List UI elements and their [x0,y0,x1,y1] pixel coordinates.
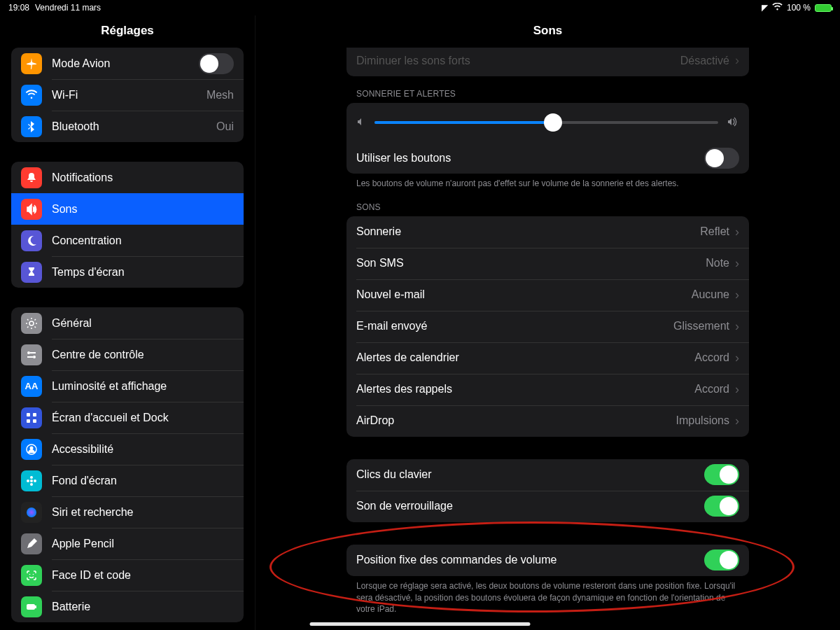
reduce-loud-value: Désactivé [680,55,729,67]
row-sound-nouvel-e-mail[interactable]: Nouvel e-mailAucune› [346,279,749,311]
sound-row-label: Alertes de calendrier [356,351,694,364]
svg-point-3 [33,356,36,358]
sidebar-item-apple-pencil[interactable]: Apple Pencil [11,528,244,559]
lock-sound-toggle[interactable] [704,496,739,517]
chevron-right-icon: › [735,288,739,302]
sidebar-item-wi-fi[interactable]: Wi-FiMesh [11,79,244,111]
svg-point-17 [29,573,31,575]
sound-row-label: E-mail envoyé [356,320,673,332]
row-fixed-volume-position[interactable]: Position fixe des commandes de volume [346,545,749,576]
sidebar-item-value: Oui [216,120,234,133]
fixed-volume-footer: Lorsque ce réglage sera activé, les deux… [356,580,739,615]
sound-row-value: Impulsions [676,414,729,427]
lock-sound-label: Son de verrouillage [356,500,704,512]
row-sound-airdrop[interactable]: AirDropImpulsions› [346,405,749,437]
sidebar-item-temps-d-cran[interactable]: Temps d'écran [11,256,244,288]
sound-row-value: Reflet [700,225,729,238]
sidebar-item-notifications[interactable]: Notifications [11,162,244,193]
status-bar: 19:08 Vendredi 11 mars ◤ 100 % [0,0,840,15]
aa-icon: AA [21,376,42,397]
sidebar-item-g-n-ral[interactable]: Général [11,307,244,339]
bell-icon [21,167,42,188]
ringer-volume-slider-row [346,103,749,142]
row-sound-e-mail-envoy-[interactable]: E-mail envoyéGlissement› [346,311,749,342]
status-time: 19:08 [8,3,29,13]
row-sound-son-sms[interactable]: Son SMSNote› [346,248,749,279]
sidebar-item-value: Mesh [206,89,234,102]
section-ringer-alerts: SONNERIE ET ALERTES [356,89,749,99]
row-sound-sonnerie[interactable]: SonnerieReflet› [346,216,749,248]
person-icon [21,439,42,460]
svg-point-14 [27,479,29,482]
svg-rect-19 [27,604,35,610]
ringer-volume-slider[interactable] [374,121,718,124]
sidebar-item-accessibilit-[interactable]: Accessibilité [11,433,244,465]
svg-rect-4 [27,356,33,358]
sidebar-item-batterie[interactable]: Batterie [11,591,244,622]
sound-row-label: Son SMS [356,257,706,270]
chevron-right-icon: › [735,53,739,68]
use-buttons-toggle[interactable] [704,148,739,169]
wifi-icon [21,85,42,106]
sidebar: Réglages Mode AvionWi-FiMeshBluetoothOui… [0,15,255,630]
sidebar-item-mode-avion[interactable]: Mode Avion [11,48,244,79]
gear-icon [21,313,42,334]
svg-rect-20 [35,606,36,608]
keyboard-clicks-label: Clics du clavier [356,468,704,481]
sidebar-item-label: Fond d'écran [52,475,234,487]
keyboard-clicks-toggle[interactable] [704,464,739,485]
speaker-low-icon [356,117,366,129]
row-keyboard-clicks[interactable]: Clics du clavier [346,459,749,491]
chevron-right-icon: › [735,256,739,271]
row-use-buttons[interactable]: Utiliser les boutons [346,142,749,174]
sidebar-item-label: Accessibilité [52,443,234,456]
switches-icon [21,344,42,365]
sound-row-value: Accord [694,383,729,396]
fixed-volume-toggle[interactable] [704,550,739,570]
pencil-icon [21,533,42,554]
sidebar-item-toggle[interactable] [199,53,234,74]
chevron-right-icon: › [735,225,739,239]
sidebar-item-fond-d-cran[interactable]: Fond d'écran [11,465,244,496]
svg-point-16 [27,507,36,517]
sidebar-item--cran-d-accueil-et-dock[interactable]: Écran d'accueil et Dock [11,402,244,433]
faceid-icon [21,565,42,586]
row-sound-alertes-des-rappels[interactable]: Alertes des rappelsAccord› [346,374,749,405]
sidebar-item-label: Notifications [52,172,234,184]
svg-point-18 [33,573,34,575]
chevron-right-icon: › [735,319,739,334]
speaker-high-icon [727,117,739,129]
sidebar-item-label: Général [52,317,234,330]
svg-point-1 [27,351,30,354]
use-buttons-label: Utiliser les boutons [356,152,704,164]
home-indicator[interactable] [310,622,531,626]
sidebar-item-label: Wi-Fi [52,89,201,102]
sidebar-item-label: Luminosité et affichage [52,380,234,393]
sound-row-label: Alertes des rappels [356,383,694,396]
row-lock-sound[interactable]: Son de verrouillage [346,491,749,522]
sidebar-item-concentration[interactable]: Concentration [11,225,244,256]
row-reduce-loud-sounds[interactable]: Diminuer les sons forts Désactivé › [346,48,749,76]
sidebar-item-face-id-et-code[interactable]: Face ID et code [11,559,244,591]
siri-icon [21,502,42,523]
svg-rect-2 [30,352,36,354]
section-sounds: SONS [356,202,749,212]
row-sound-alertes-de-calendrier[interactable]: Alertes de calendrierAccord› [346,342,749,374]
airplane-icon [21,53,42,74]
fixed-volume-label: Position fixe des commandes de volume [356,554,704,566]
sidebar-item-sons[interactable]: Sons [11,193,244,225]
sidebar-item-label: Mode Avion [52,57,199,70]
sidebar-item-label: Bluetooth [52,120,211,133]
svg-rect-7 [27,419,30,423]
sidebar-item-centre-de-contr-le[interactable]: Centre de contrôle [11,339,244,370]
speaker-icon [21,199,42,220]
bluetooth-icon [21,116,42,137]
sound-row-value: Note [706,257,729,270]
content-title: Sons [255,15,840,48]
sound-row-value: Aucune [692,288,729,301]
sidebar-item-luminosit-et-affichage[interactable]: AALuminosité et affichage [11,370,244,402]
flower-icon [21,470,42,491]
sidebar-item-siri-et-recherche[interactable]: Siri et recherche [11,496,244,528]
sidebar-item-bluetooth[interactable]: BluetoothOui [11,111,244,142]
svg-point-12 [30,476,33,479]
